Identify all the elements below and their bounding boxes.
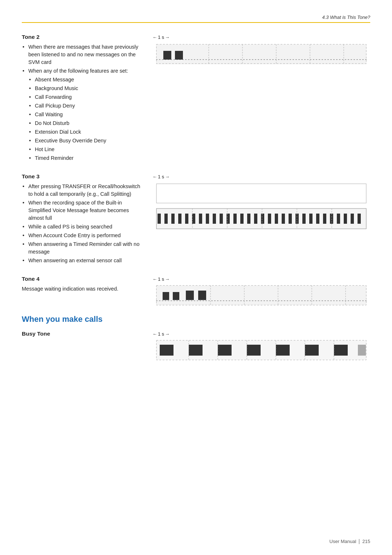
svg-rect-37 bbox=[323, 214, 326, 224]
svg-rect-53 bbox=[186, 291, 194, 300]
tone2-sub-list: Absent Message Background Music Call For… bbox=[28, 76, 145, 162]
header-section-label: 4.3 What is This Tone? bbox=[322, 15, 370, 20]
list-item: After pressing TRANSFER or Recall/hooksw… bbox=[22, 183, 145, 198]
svg-rect-67 bbox=[305, 345, 319, 356]
list-item: When answering a Timed Reminder call wit… bbox=[22, 240, 145, 256]
svg-rect-39 bbox=[337, 214, 340, 224]
svg-rect-36 bbox=[316, 214, 319, 224]
svg-rect-19 bbox=[199, 214, 202, 224]
tone4-heading: Tone 4 bbox=[22, 276, 145, 282]
busytone-text: Busy Tone bbox=[22, 331, 152, 340]
svg-rect-4 bbox=[175, 51, 183, 60]
list-item: Background Music bbox=[28, 85, 145, 92]
tone3-diagram: ← 1 s → pulses generated below bbox=[152, 173, 370, 232]
svg-rect-30 bbox=[275, 214, 278, 224]
list-item: When the recording space of the Built-in… bbox=[22, 199, 145, 222]
tone3-svg-main bbox=[152, 206, 370, 232]
svg-rect-54 bbox=[198, 291, 206, 300]
svg-rect-66 bbox=[276, 345, 290, 356]
svg-rect-13 bbox=[158, 214, 161, 224]
list-item: Call Forwarding bbox=[28, 93, 145, 101]
list-item: While a called PS is being searched bbox=[22, 223, 145, 231]
svg-rect-51 bbox=[163, 292, 169, 300]
tone3-bullet-list: After pressing TRANSFER or Recall/hooksw… bbox=[22, 183, 145, 264]
svg-rect-25 bbox=[240, 214, 244, 224]
svg-rect-15 bbox=[171, 214, 175, 224]
top-header: 4.3 What is This Tone? bbox=[22, 15, 370, 23]
svg-rect-64 bbox=[218, 345, 232, 356]
svg-rect-32 bbox=[289, 214, 292, 224]
busytone-svg bbox=[152, 337, 370, 362]
svg-rect-28 bbox=[261, 214, 264, 224]
svg-rect-69 bbox=[358, 345, 366, 356]
svg-rect-20 bbox=[206, 214, 209, 224]
svg-rect-40 bbox=[344, 214, 347, 224]
tone2-heading: Tone 2 bbox=[22, 34, 145, 40]
svg-rect-24 bbox=[233, 214, 237, 224]
tone2-section: Tone 2 When there are messages that have… bbox=[22, 34, 370, 163]
svg-rect-3 bbox=[163, 51, 171, 60]
busytone-diagram-label: ← 1 s → bbox=[152, 331, 370, 337]
svg-rect-10 bbox=[156, 184, 366, 203]
svg-rect-65 bbox=[247, 345, 261, 356]
svg-rect-62 bbox=[160, 345, 173, 356]
tone4-diagram: ← 1 s → bbox=[152, 276, 370, 307]
svg-rect-34 bbox=[302, 214, 306, 224]
svg-rect-41 bbox=[351, 214, 354, 224]
tone2-bullet-list: When there are messages that have previo… bbox=[22, 43, 145, 162]
tone3-text: Tone 3 After pressing TRANSFER or Recall… bbox=[22, 173, 152, 266]
svg-rect-68 bbox=[334, 345, 348, 356]
tone2-text: Tone 2 When there are messages that have… bbox=[22, 34, 152, 163]
list-item: Hot Line bbox=[28, 146, 145, 153]
svg-rect-31 bbox=[282, 214, 285, 224]
tone2-diagram-label: ← 1 s → bbox=[152, 35, 370, 40]
list-item: Call Pickup Deny bbox=[28, 102, 145, 110]
busytone-diagram: ← 1 s → bbox=[152, 331, 370, 362]
list-item: Executive Busy Override Deny bbox=[28, 137, 145, 145]
list-item: Absent Message bbox=[28, 76, 145, 84]
tone4-diagram-label: ← 1 s → bbox=[152, 276, 370, 282]
footer-label: User Manual bbox=[330, 539, 356, 544]
list-item: When Account Code Entry is performed bbox=[22, 232, 145, 239]
list-item: When any of the following features are s… bbox=[22, 67, 145, 162]
svg-rect-21 bbox=[213, 214, 216, 224]
when-you-make-calls-heading: When you make calls bbox=[22, 315, 370, 324]
tone4-text: Tone 4 Message waiting indication was re… bbox=[22, 276, 152, 293]
busytone-heading: Busy Tone bbox=[22, 331, 145, 337]
svg-rect-26 bbox=[247, 214, 250, 224]
svg-rect-16 bbox=[178, 214, 181, 224]
svg-rect-17 bbox=[185, 214, 188, 224]
list-item: Do Not Disturb bbox=[28, 119, 145, 127]
svg-rect-14 bbox=[164, 214, 168, 224]
list-item: Extension Dial Lock bbox=[28, 128, 145, 136]
tone4-svg bbox=[152, 283, 370, 307]
svg-rect-52 bbox=[173, 292, 179, 300]
tone4-section: Tone 4 Message waiting indication was re… bbox=[22, 276, 370, 307]
busytone-section: Busy Tone ← 1 s → bbox=[22, 331, 370, 362]
list-item: When there are messages that have previo… bbox=[22, 43, 145, 66]
svg-rect-22 bbox=[220, 214, 223, 224]
tone2-svg bbox=[152, 41, 370, 66]
svg-rect-35 bbox=[309, 214, 313, 224]
list-item: When answering an external sensor call bbox=[22, 257, 145, 264]
footer-page: 215 bbox=[362, 539, 370, 544]
tone3-svg: pulses generated below bbox=[152, 180, 370, 206]
tone3-section: Tone 3 After pressing TRANSFER or Recall… bbox=[22, 173, 370, 266]
tone3-heading: Tone 3 bbox=[22, 173, 145, 180]
svg-rect-23 bbox=[226, 214, 230, 224]
tone2-diagram: ← 1 s → bbox=[152, 34, 370, 66]
tone3-diagram-label: ← 1 s → bbox=[152, 174, 370, 179]
page-footer: User Manual 215 bbox=[330, 539, 370, 544]
svg-rect-29 bbox=[268, 214, 271, 224]
svg-rect-42 bbox=[358, 214, 361, 224]
list-item: Call Waiting bbox=[28, 111, 145, 118]
tone4-description: Message waiting indication was received. bbox=[22, 285, 145, 293]
page-container: 4.3 What is This Tone? Tone 2 When there… bbox=[0, 0, 392, 555]
footer-divider bbox=[359, 539, 359, 544]
svg-rect-0 bbox=[156, 44, 367, 64]
svg-rect-27 bbox=[254, 214, 257, 224]
list-item: Timed Reminder bbox=[28, 154, 145, 162]
svg-rect-63 bbox=[189, 345, 203, 356]
